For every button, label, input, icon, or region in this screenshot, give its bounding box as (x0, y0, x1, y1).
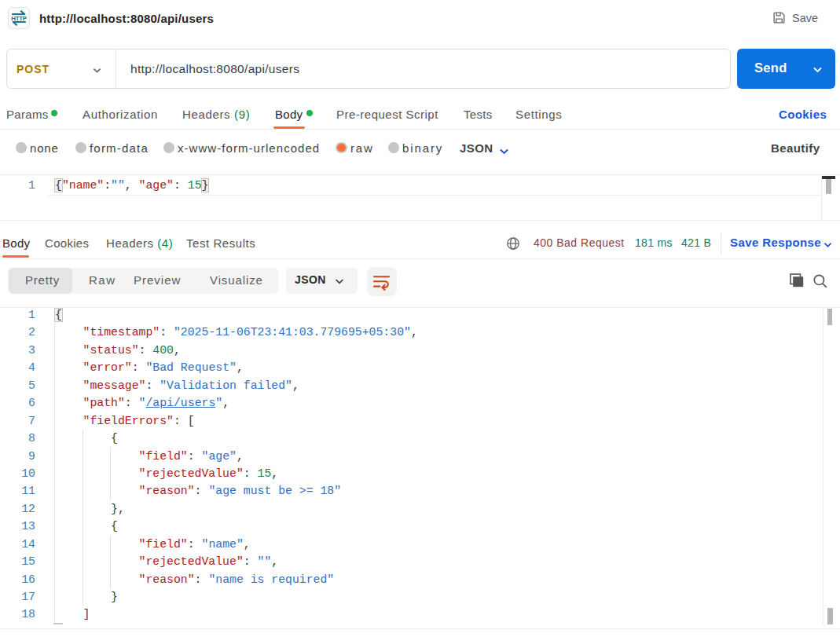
svg-text:HTTP: HTTP (11, 15, 27, 22)
